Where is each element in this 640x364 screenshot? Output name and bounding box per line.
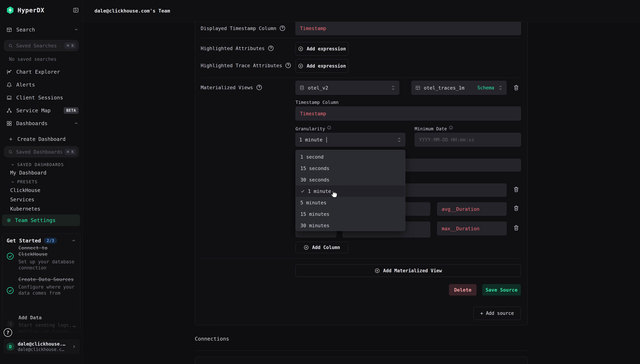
chevron-up-icon[interactable] <box>71 238 76 243</box>
sidebar-item-dashboards[interactable]: Dashboards <box>7 119 79 128</box>
collapse-sidebar-icon[interactable] <box>73 7 79 13</box>
step-desc: Start sending logs, metrics, or traces <box>19 322 78 332</box>
field-label: Highlighted Trace Attributes <box>201 63 282 68</box>
dropdown-option[interactable]: 15 minutes <box>296 208 405 220</box>
dropdown-option[interactable]: 30 seconds <box>296 174 405 186</box>
step-title: Add Data <box>19 314 78 321</box>
field-label: Highlighted Attributes <box>201 46 265 51</box>
displayed-timestamp-input[interactable] <box>296 22 521 35</box>
delete-column-icon[interactable] <box>513 186 519 192</box>
mv-timestamp-column-input[interactable] <box>296 106 521 120</box>
chevron-up-icon[interactable] <box>74 27 79 32</box>
beta-badge: BETA <box>64 107 79 114</box>
sidebar-item-services[interactable]: Services <box>10 197 34 202</box>
add-column-button[interactable]: Add Column <box>296 242 348 253</box>
dashboards-icon <box>7 121 12 126</box>
dropdown-option[interactable]: 30 minutes <box>296 220 405 231</box>
sidebar-item-alerts[interactable]: Alerts <box>7 80 79 89</box>
sidebar-item-kubernetes[interactable]: Kubernetes <box>10 206 41 212</box>
sidebar: HyperDX Search Saved Searches ⌘ K No sav… <box>0 0 83 364</box>
minimum-date-label: Minimum Date <box>415 126 453 132</box>
chevron-updown-icon <box>397 137 402 143</box>
field-label: Displayed Timestamp Column <box>201 26 276 31</box>
chevron-up-icon[interactable] <box>74 121 79 126</box>
column-alias-input[interactable]: max__Duration <box>437 222 506 235</box>
arrow-right-icon[interactable]: → <box>72 323 76 330</box>
info-icon[interactable] <box>327 126 331 130</box>
help-button[interactable]: ? <box>4 328 12 337</box>
dropdown-option[interactable]: 5 minutes <box>296 197 405 208</box>
user-menu[interactable]: D dale@clickhouse.… dale@clickhouse.c… <box>4 340 80 354</box>
delete-column-icon[interactable] <box>513 205 519 211</box>
column-alias-input[interactable]: avg__Duration <box>437 202 506 216</box>
shortcut-badge: ⌘ K <box>65 42 76 49</box>
add-source-button[interactable]: + Add source <box>473 306 521 320</box>
get-started-header[interactable]: Get Started 2/3 <box>7 238 76 244</box>
divider <box>195 350 528 351</box>
step-title: Connect to ClickHouse <box>19 245 78 257</box>
team-title: dale@clickhouse.com's Team <box>95 8 170 14</box>
field-label: Materialized Views <box>201 85 253 90</box>
granularity-select[interactable]: 1 minute <box>296 133 405 146</box>
plus-circle-icon <box>304 245 309 250</box>
sidebar-item-client-sessions[interactable]: Client Sessions <box>7 93 79 102</box>
get-started-title: Get Started <box>7 238 41 244</box>
logo-row: HyperDX <box>6 6 79 14</box>
timestamp-column-label: Timestamp Column <box>296 100 339 105</box>
user-info: dale@clickhouse.… dale@clickhouse.c… <box>18 341 65 352</box>
get-started-step[interactable]: Create Data Sources Configure where your… <box>19 276 78 296</box>
table-icon <box>415 85 420 90</box>
check-circle-icon <box>6 252 14 260</box>
minimum-date-input[interactable] <box>415 133 521 146</box>
delete-button[interactable]: Delete <box>449 284 476 296</box>
connections-heading: Connections <box>195 336 229 342</box>
sidebar-item-label: Chart Explorer <box>16 69 60 75</box>
database-select[interactable]: otel_v2 <box>296 81 399 95</box>
table-select[interactable]: otel_traces_1m Schema <box>411 81 506 95</box>
get-started-step[interactable]: Connect to ClickHouse Set up your databa… <box>19 245 78 271</box>
help-icon[interactable] <box>285 62 291 69</box>
schema-link[interactable]: Schema <box>477 85 494 90</box>
dropdown-option[interactable]: 1 second <box>296 151 405 162</box>
delete-column-icon[interactable] <box>513 224 519 231</box>
sidebar-item-my-dashboard[interactable]: My Dashboard <box>10 170 46 176</box>
help-icon[interactable] <box>256 84 262 91</box>
help-icon[interactable] <box>279 25 286 32</box>
step-desc: Configure where your data comes from <box>19 284 78 296</box>
granularity-value: 1 minute <box>299 137 323 142</box>
table-select-value: otel_traces_1m <box>424 85 464 91</box>
create-dashboard-button[interactable]: Create Dashboard <box>9 135 79 144</box>
sidebar-item-clickhouse[interactable]: ClickHouse <box>10 187 41 193</box>
dropdown-option[interactable]: 15 seconds <box>296 162 405 174</box>
chevron-right-icon <box>72 344 76 349</box>
check-icon <box>300 189 305 194</box>
sidebar-item-team-settings[interactable]: Team Settings <box>2 214 80 226</box>
presets-section[interactable]: PRESETS <box>11 180 38 184</box>
no-saved-searches-text: No saved searches <box>9 56 57 62</box>
plus-circle-icon <box>298 63 303 69</box>
chart-explorer-icon <box>7 69 12 75</box>
help-icon[interactable] <box>268 45 274 52</box>
add-expression-button[interactable]: Add expression <box>296 42 348 56</box>
label-text: Timestamp Column <box>296 100 339 105</box>
user-name: dale@clickhouse.… <box>18 341 65 347</box>
sidebar-item-chart-explorer[interactable]: Chart Explorer <box>7 68 79 76</box>
sidebar-item-search[interactable]: Search <box>7 26 79 34</box>
saved-searches-input[interactable]: Saved Searches ⌘ K <box>4 40 79 51</box>
saved-dashboards-section[interactable]: SAVED DASHBOARDS <box>11 162 64 167</box>
app-title: HyperDX <box>18 6 44 14</box>
sidebar-item-service-map[interactable]: Service Map BETA <box>7 106 79 115</box>
search-icon <box>8 43 13 48</box>
divider <box>201 78 521 78</box>
user-email: dale@clickhouse.c… <box>18 347 65 352</box>
add-expression-button[interactable]: Add expression <box>296 59 348 73</box>
dropdown-option-selected[interactable]: 1 minute <box>296 186 405 197</box>
progress-badge: 2/3 <box>44 238 57 244</box>
info-icon[interactable] <box>449 126 453 130</box>
get-started-step[interactable]: Add Data Start sending logs, metrics, or… <box>19 314 78 332</box>
top-bar: dale@clickhouse.com's Team <box>83 0 640 22</box>
delete-materialized-view-icon[interactable] <box>513 84 519 91</box>
saved-dashboards-input[interactable]: Saved Dashboards ⌘ K <box>4 146 79 157</box>
save-source-button[interactable]: Save Source <box>482 284 521 296</box>
add-materialized-view-button[interactable]: Add Materialized View <box>296 264 521 277</box>
